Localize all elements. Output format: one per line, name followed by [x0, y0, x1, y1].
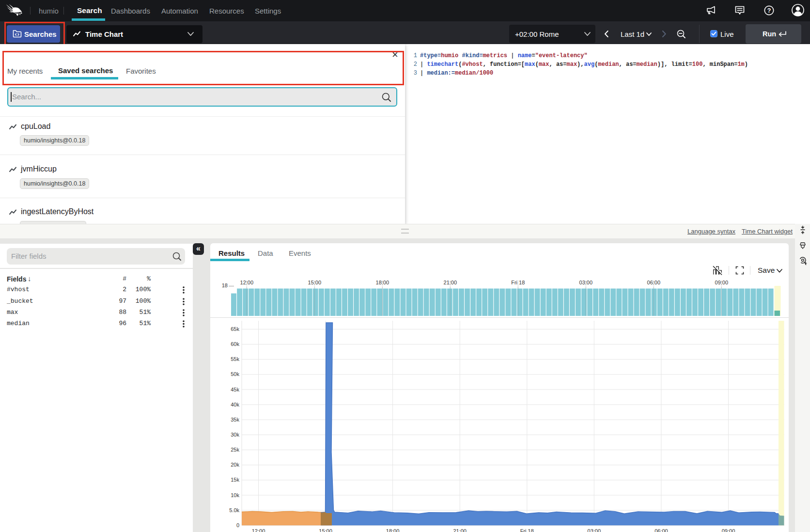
svg-text:18: 18 — [222, 282, 228, 288]
svg-text:18:00: 18:00 — [386, 528, 400, 532]
svg-text:20k: 20k — [231, 462, 239, 468]
svg-text:06:00: 06:00 — [647, 280, 661, 285]
svg-text:0: 0 — [236, 522, 239, 528]
svg-text:09:00: 09:00 — [715, 280, 729, 285]
svg-text:15k: 15k — [231, 477, 239, 483]
svg-text:21:00: 21:00 — [453, 528, 467, 532]
svg-text:35k: 35k — [231, 417, 239, 422]
svg-text:15:00: 15:00 — [308, 280, 322, 285]
svg-text:12:00: 12:00 — [252, 528, 265, 532]
svg-text:60k: 60k — [231, 341, 239, 347]
svg-text:Fri 18: Fri 18 — [520, 528, 534, 532]
svg-text:10k: 10k — [231, 492, 239, 498]
svg-text:09:00: 09:00 — [722, 528, 735, 532]
svg-text:5.0k: 5.0k — [229, 507, 239, 513]
svg-text:21:00: 21:00 — [444, 280, 457, 285]
svg-text:55k: 55k — [231, 356, 239, 362]
svg-text:15:00: 15:00 — [319, 528, 332, 532]
svg-text:Fri 18: Fri 18 — [511, 280, 525, 285]
svg-text:45k: 45k — [231, 387, 239, 392]
svg-text:25k: 25k — [231, 447, 239, 453]
svg-text:50k: 50k — [231, 371, 239, 377]
svg-text:40k: 40k — [231, 402, 239, 407]
svg-text:06:00: 06:00 — [654, 528, 668, 532]
svg-text:65k: 65k — [231, 326, 239, 332]
svg-text:18:00: 18:00 — [376, 280, 389, 285]
svg-text:03:00: 03:00 — [579, 280, 593, 285]
svg-text:12:00: 12:00 — [240, 280, 254, 285]
svg-text:03:00: 03:00 — [588, 528, 601, 532]
svg-text:30k: 30k — [231, 432, 239, 438]
svg-text:?: ? — [767, 7, 771, 14]
